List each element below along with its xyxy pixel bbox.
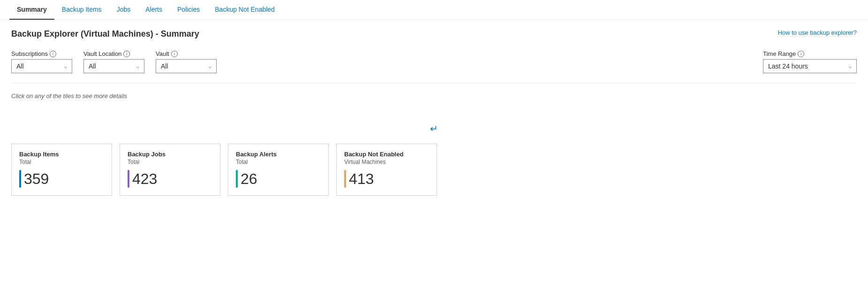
tile-bar-backup-not-enabled [344,170,346,188]
tile-value-row-backup-items: 359 [19,170,104,188]
filter-select-vault-location[interactable]: All⌵ [83,59,144,73]
tile-backup-alerts[interactable]: Backup AlertsTotal26 [228,144,329,196]
tab-summary[interactable]: Summary [9,0,54,20]
tab-backup-not-enabled[interactable]: Backup Not Enabled [207,0,282,20]
filter-value-subscriptions: All [16,62,24,70]
filters-row: Subscriptions iAll⌵Vault Location iAll⌵V… [11,50,857,73]
tab-alerts[interactable]: Alerts [138,0,170,20]
filter-select-time-range[interactable]: Last 24 hours⌵ [763,59,857,73]
filter-group-time-range: Time Range iLast 24 hours⌵ [763,50,857,73]
main-content: Backup Explorer (Virtual Machines) - Sum… [0,20,868,205]
info-icon-vault: i [171,51,178,57]
filter-value-time-range: Last 24 hours [768,62,808,70]
filter-value-vault-location: All [89,62,96,70]
filter-select-vault[interactable]: All⌵ [156,59,217,73]
tile-bar-backup-items [19,170,21,188]
chevron-down-icon: ⌵ [136,64,139,69]
info-icon-time-range: i [798,51,804,57]
chevron-down-icon: ⌵ [209,64,211,69]
tile-title-backup-jobs: Backup Jobs [128,151,212,158]
tab-jobs[interactable]: Jobs [109,0,138,20]
tile-title-backup-not-enabled: Backup Not Enabled [344,151,429,158]
chevron-down-icon: ⌵ [849,64,852,69]
title-row: Backup Explorer (Virtual Machines) - Sum… [11,29,857,39]
filter-label-vault-location: Vault Location i [83,50,144,57]
help-link[interactable]: How to use backup explorer? [778,29,857,36]
filter-select-subscriptions[interactable]: All⌵ [11,59,72,73]
tile-value-row-backup-alerts: 26 [236,170,321,188]
tile-backup-not-enabled[interactable]: Backup Not EnabledVirtual Machines413 [336,144,437,196]
chevron-down-icon: ⌵ [64,64,67,69]
filter-label-subscriptions: Subscriptions i [11,50,72,57]
tile-value-row-backup-jobs: 423 [128,170,212,188]
filter-group-vault-location: Vault Location iAll⌵ [83,50,144,73]
tile-title-backup-alerts: Backup Alerts [236,151,321,158]
filter-value-vault: All [161,62,168,70]
filter-label-vault: Vault i [156,50,217,57]
tile-number-backup-alerts: 26 [241,171,257,186]
refresh-row: ↵ [11,123,857,134]
tab-bar: SummaryBackup ItemsJobsAlertsPoliciesBac… [0,0,868,20]
tile-backup-jobs[interactable]: Backup JobsTotal423 [120,144,220,196]
tile-value-row-backup-not-enabled: 413 [344,170,429,188]
filter-group-subscriptions: Subscriptions iAll⌵ [11,50,72,73]
info-icon-vault-location: i [123,51,130,57]
tile-number-backup-items: 359 [24,171,49,186]
tab-policies[interactable]: Policies [170,0,207,20]
info-icon-subscriptions: i [50,51,56,57]
divider [11,83,857,83]
instruction-text: Click on any of the tiles to see more de… [11,92,857,100]
tile-title-backup-items: Backup Items [19,151,104,158]
filter-group-vault: Vault iAll⌵ [156,50,217,73]
tile-bar-backup-alerts [236,170,238,188]
tile-subtitle-backup-alerts: Total [236,159,321,165]
page-title: Backup Explorer (Virtual Machines) - Sum… [11,29,199,39]
tile-subtitle-backup-jobs: Total [128,159,212,165]
tiles-row: Backup ItemsTotal359Backup JobsTotal423B… [11,144,857,196]
tile-subtitle-backup-items: Total [19,159,104,165]
tab-backup-items[interactable]: Backup Items [54,0,109,20]
tile-bar-backup-jobs [128,170,129,188]
refresh-icon[interactable]: ↵ [430,123,438,134]
filter-label-time-range: Time Range i [763,50,857,57]
tile-subtitle-backup-not-enabled: Virtual Machines [344,159,429,165]
tile-number-backup-jobs: 423 [132,171,157,186]
tile-backup-items[interactable]: Backup ItemsTotal359 [11,144,112,196]
tile-number-backup-not-enabled: 413 [349,171,374,186]
